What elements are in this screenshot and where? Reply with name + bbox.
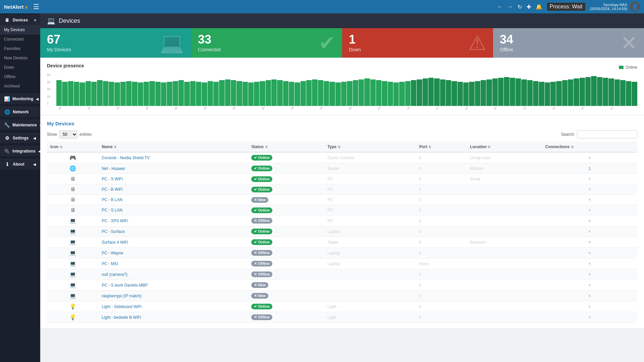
- table-controls: Show 50 25 100 entries Search:: [47, 130, 637, 138]
- device-name-cell[interactable]: PC - B WiFi: [98, 184, 248, 195]
- col-name[interactable]: Name ⇅: [98, 142, 248, 152]
- device-name-link[interactable]: PC - Wayne: [102, 251, 123, 255]
- bell-icon[interactable]: 🔔: [536, 4, 542, 10]
- forward-icon[interactable]: →: [507, 4, 513, 10]
- device-name-cell[interactable]: Light - Sideboard WiFi: [98, 301, 248, 312]
- device-name-cell[interactable]: PC - S LAN: [98, 205, 248, 216]
- col-connections[interactable]: Connections ⇅: [542, 142, 637, 152]
- entries-label: entries: [79, 132, 92, 137]
- sidebar-item-down[interactable]: Down: [0, 63, 40, 72]
- device-connections-cell[interactable]: 1: [542, 163, 637, 174]
- chart-x-label: [533, 107, 538, 110]
- chart-x-label: [509, 107, 515, 110]
- sidebar-section-network[interactable]: 🌐 Network: [0, 107, 40, 117]
- device-name-link[interactable]: Net - Huawei: [102, 166, 125, 171]
- device-name-cell[interactable]: PC - Surface: [98, 226, 248, 237]
- device-name-cell[interactable]: PC - S WiFi: [98, 174, 248, 184]
- search-input[interactable]: [577, 130, 637, 138]
- back-icon[interactable]: ←: [497, 4, 503, 10]
- stat-offline-icon: ✕: [621, 31, 637, 55]
- entries-select[interactable]: 50 25 100: [59, 130, 77, 138]
- sidebar-maintenance-label: Maintenance: [12, 123, 37, 127]
- stat-offline[interactable]: 34 Offline ✕: [493, 28, 644, 58]
- chart-bar: [301, 81, 306, 106]
- stat-my-devices[interactable]: 67 My Devices 💻: [40, 28, 191, 58]
- device-name-cell[interactable]: PC - B LAN: [98, 195, 248, 205]
- user-device: Synology-NAS: [590, 3, 627, 7]
- device-status-cell: ✕ New: [248, 291, 324, 301]
- stat-down[interactable]: 1 Down ⚠: [342, 28, 493, 58]
- device-connections-cell: ×: [542, 280, 637, 291]
- chart-bar: [68, 81, 73, 106]
- device-name-cell[interactable]: Surface 4 WiFi: [98, 237, 248, 248]
- device-name-link[interactable]: raspberrypi (IP match): [102, 294, 141, 298]
- device-name-link[interactable]: PC - S LAN: [102, 208, 122, 213]
- sidebar-section-about[interactable]: ℹ About ◀: [0, 159, 40, 169]
- device-status-cell: ✕ Offline: [248, 269, 324, 280]
- device-port-cell: 0: [416, 226, 467, 237]
- device-name-link[interactable]: Console - Nvidia Shield TV: [102, 156, 150, 160]
- sidebar-item-my-devices[interactable]: My Devices: [0, 25, 40, 35]
- device-location-cell: [467, 195, 542, 205]
- chart-x-label: [167, 107, 172, 110]
- device-name-link[interactable]: PC - Surface: [102, 229, 125, 234]
- hamburger-icon[interactable]: ☰: [33, 3, 39, 11]
- sidebar-section-settings[interactable]: ⚙ Settings ◀: [0, 133, 40, 143]
- device-name-link[interactable]: PC - S work Daniels-MBP: [102, 283, 148, 288]
- col-port[interactable]: Port ⇅: [416, 142, 467, 152]
- device-name-link[interactable]: PC - B WiFi: [102, 187, 123, 192]
- device-name-cell[interactable]: Net - Huawei: [98, 163, 248, 174]
- device-type-cell: Laptop: [324, 226, 416, 237]
- sidebar-section-integrations[interactable]: 🔌 Integrations ◀: [0, 146, 40, 156]
- sidebar-section-monitoring[interactable]: 📊 Monitoring ◀: [0, 94, 40, 104]
- device-name-cell[interactable]: PC - XPS WiFi: [98, 216, 248, 226]
- device-name-link[interactable]: PC - MSI: [102, 261, 118, 266]
- sidebar-item-new-devices[interactable]: New Devices: [0, 53, 40, 63]
- user-info: Synology-NAS (26/06/2024, 14:14:59) 👤: [590, 2, 640, 12]
- sidebar-item-offline[interactable]: Offline: [0, 72, 40, 81]
- device-name-link[interactable]: PC - XPS WiFi: [102, 219, 128, 223]
- sidebar-item-favorites[interactable]: Favorites: [0, 44, 40, 53]
- sort-icon-port: ⇅: [428, 145, 431, 149]
- device-type-cell: Laptop: [324, 258, 416, 269]
- device-name-link[interactable]: Light - bedside B WiFi: [102, 315, 141, 320]
- device-icon-cell: 💻: [47, 291, 98, 301]
- device-name-link[interactable]: Surface 4 WiFi: [102, 240, 128, 245]
- device-name-cell[interactable]: PC - MSI: [98, 258, 248, 269]
- col-location[interactable]: Location ⇅: [467, 142, 542, 152]
- chart-bar: [580, 78, 585, 106]
- sidebar-settings-label: Settings: [13, 136, 29, 140]
- device-name-cell[interactable]: null (camera?): [98, 269, 248, 280]
- settings-arrow: ◀: [33, 136, 36, 140]
- col-status[interactable]: Status ⇅: [248, 142, 324, 152]
- chart-x-label: [469, 107, 474, 110]
- stat-connected[interactable]: 33 Connected ✔: [191, 28, 342, 58]
- device-name-link[interactable]: PC - S WiFi: [102, 177, 123, 181]
- device-name-cell[interactable]: raspberrypi (IP match): [98, 291, 248, 301]
- chart-bar: [161, 82, 166, 106]
- device-name-cell[interactable]: Console - Nvidia Shield TV: [98, 152, 248, 163]
- chart-x-label: [515, 107, 521, 110]
- chart-bar: [138, 82, 143, 106]
- device-name-cell[interactable]: PC - Wayne: [98, 248, 248, 258]
- chart-bar: [178, 80, 184, 106]
- chart-bar: [86, 81, 91, 106]
- chart-bar: [486, 79, 492, 106]
- device-name-cell[interactable]: PC - S work Daniels-MBP: [98, 280, 248, 291]
- refresh-icon[interactable]: ↻: [518, 4, 522, 10]
- device-name-link[interactable]: null (camera?): [102, 272, 127, 277]
- col-icon[interactable]: Icon ⇅: [47, 142, 98, 152]
- sidebar-section-devices[interactable]: 🖥 Devices ▾: [0, 15, 40, 25]
- sidebar-section-maintenance[interactable]: 🔧 Maintenance ◀: [0, 120, 40, 130]
- sidebar-item-archived[interactable]: Archived: [0, 81, 40, 91]
- chart-bar: [492, 78, 498, 106]
- avatar[interactable]: 👤: [630, 2, 640, 12]
- about-icon: ℹ: [4, 162, 10, 167]
- plus-icon[interactable]: ✚: [527, 4, 531, 10]
- sidebar-item-connected[interactable]: Connected: [0, 35, 40, 44]
- col-type[interactable]: Type ⇅: [324, 142, 416, 152]
- device-name-cell[interactable]: Light - bedside B WiFi: [98, 312, 248, 323]
- status-badge: ✕ Offline: [251, 218, 272, 224]
- device-name-link[interactable]: Light - Sideboard WiFi: [102, 304, 142, 309]
- device-name-link[interactable]: PC - B LAN: [102, 197, 122, 202]
